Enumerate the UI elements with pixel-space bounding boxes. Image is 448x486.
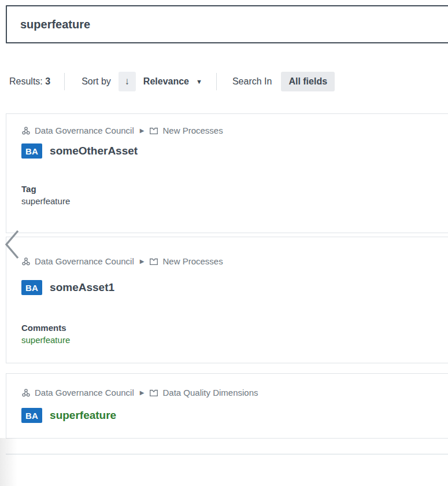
result-card[interactable]: Data Governance Council ▶ New Processes … [6,113,448,233]
search-in-fields-button[interactable]: All fields [281,72,335,91]
community-icon [21,257,31,266]
result-card[interactable]: Data Governance Council ▶ New Processes … [6,237,448,363]
chevron-down-icon: ▼ [196,78,202,85]
asset-name-link[interactable]: someOtherAsset [50,145,138,157]
domain-icon [149,126,158,135]
asset-type-badge: BA [21,280,42,295]
sort-field-value: Relevance [143,76,189,87]
result-card[interactable]: Data Governance Council ▶ Data Quality D… [6,373,448,439]
attribute-value: superfeature [21,196,448,206]
breadcrumb: Data Governance Council ▶ Data Quality D… [21,388,448,397]
collapse-panel-chevron-left-icon[interactable] [3,229,21,260]
asset-name-row: BA someAsset1 [21,280,448,295]
breadcrumb-separator-icon: ▶ [140,127,145,134]
toolbar-divider [64,73,65,90]
breadcrumb-domain[interactable]: Data Quality Dimensions [162,388,258,397]
domain-icon [149,257,158,266]
breadcrumb-domain[interactable]: New Processes [162,256,223,266]
sort-direction-button[interactable]: ↓ [119,72,136,91]
asset-name-row: BA superfeature [21,408,448,423]
sort-field-dropdown[interactable]: Relevance ▼ [143,76,202,87]
asset-type-badge: BA [21,408,42,423]
breadcrumb: Data Governance Council ▶ New Processes [21,126,448,135]
matched-attribute: Comments superfeature [21,323,448,345]
results-count: 3 [45,76,50,86]
breadcrumb-community[interactable]: Data Governance Council [35,388,134,397]
breadcrumb-community[interactable]: Data Governance Council [35,256,134,266]
breadcrumb-community[interactable]: Data Governance Council [35,126,134,135]
breadcrumb-domain[interactable]: New Processes [162,126,223,135]
results-toolbar: Results: 3 Sort by ↓ Relevance ▼ Search … [9,70,335,93]
domain-icon [149,388,158,397]
asset-name-link[interactable]: someAsset1 [50,281,114,294]
toolbar-divider [216,73,217,90]
sort-descending-icon: ↓ [125,76,130,87]
sort-by-label: Sort by [82,76,111,87]
attribute-value: superfeature [21,335,448,345]
search-input[interactable] [6,5,448,43]
next-result-top-edge [6,454,448,455]
search-in-value: All fields [288,76,327,87]
asset-name-link[interactable]: superfeature [50,409,116,422]
asset-name-row: BA someOtherAsset [21,143,448,159]
breadcrumb: Data Governance Council ▶ New Processes [21,256,448,266]
attribute-label: Comments [21,323,448,333]
search-results-panel: Results: 3 Sort by ↓ Relevance ▼ Search … [0,0,448,486]
breadcrumb-separator-icon: ▶ [140,389,145,396]
panel-left-shadow [0,438,17,486]
breadcrumb-separator-icon: ▶ [140,258,145,264]
asset-type-badge: BA [21,143,42,159]
search-in-label: Search In [232,76,272,87]
community-icon [21,126,31,135]
results-count-label: Results: 3 [9,76,50,87]
attribute-label: Tag [21,184,448,194]
matched-attribute: Tag superfeature [21,184,448,206]
community-icon [21,388,31,397]
